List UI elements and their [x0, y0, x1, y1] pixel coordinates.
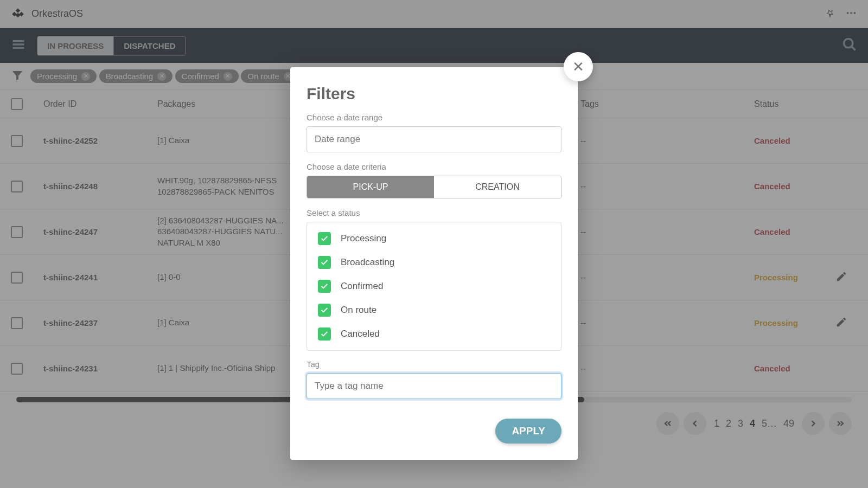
status-label: Canceled	[341, 329, 380, 339]
status-item: Confirmed	[307, 274, 561, 298]
status-label: Broadcasting	[341, 257, 394, 268]
status-item: Canceled	[307, 322, 561, 346]
status-label: Select a status	[307, 208, 561, 217]
date-criteria-label: Choose a date criteria	[307, 162, 561, 171]
status-item: On route	[307, 298, 561, 322]
date-criteria-toggle: PICK-UP CREATION	[307, 176, 561, 198]
apply-button[interactable]: APPLY	[495, 419, 561, 444]
status-label: Confirmed	[341, 281, 383, 292]
status-checkbox[interactable]	[318, 304, 331, 317]
criteria-creation-button[interactable]: CREATION	[434, 176, 561, 198]
status-list: ProcessingBroadcastingConfirmedOn routeC…	[307, 222, 561, 351]
status-label: Processing	[341, 233, 386, 244]
date-range-input[interactable]	[307, 126, 561, 152]
criteria-pickup-button[interactable]: PICK-UP	[307, 176, 434, 198]
status-checkbox[interactable]	[318, 328, 331, 341]
status-label: On route	[341, 305, 376, 316]
status-checkbox[interactable]	[318, 256, 331, 269]
tag-label: Tag	[307, 359, 561, 369]
modal-title: Filters	[307, 85, 561, 103]
status-item: Processing	[307, 227, 561, 251]
status-checkbox[interactable]	[318, 280, 331, 293]
status-item: Broadcasting	[307, 251, 561, 274]
modal-overlay[interactable]: ✕ Filters Choose a date range Choose a d…	[0, 0, 868, 488]
date-range-label: Choose a date range	[307, 113, 561, 122]
close-icon[interactable]: ✕	[564, 52, 593, 81]
filters-modal: ✕ Filters Choose a date range Choose a d…	[290, 67, 578, 460]
status-checkbox[interactable]	[318, 232, 331, 245]
tag-input[interactable]	[307, 373, 561, 399]
